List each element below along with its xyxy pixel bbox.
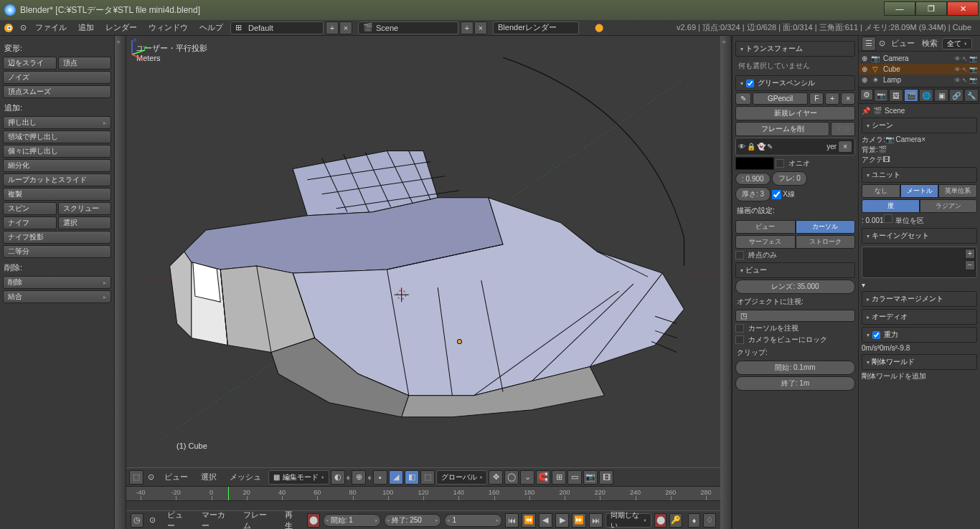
modifiers-tab[interactable]: 🔧	[964, 89, 979, 102]
viewport-shading-button[interactable]: ◐	[331, 470, 345, 485]
separate-units-checkbox[interactable]	[884, 214, 892, 223]
layout-add-button[interactable]: +	[326, 22, 339, 34]
manipulator-toggle[interactable]: ✥	[489, 470, 503, 485]
gp-layer-name[interactable]: yer	[774, 143, 837, 151]
endpoints-checkbox[interactable]	[735, 251, 744, 259]
duplicate-button[interactable]: 複製	[3, 188, 111, 201]
vertex-button[interactable]: 頂点	[58, 57, 112, 70]
lock-cursor-checkbox[interactable]	[735, 324, 744, 333]
region-toggle-right[interactable]: +	[720, 36, 732, 529]
xray-checkbox[interactable]	[772, 190, 781, 199]
rigidbody-panel-header[interactable]: 剛体ワールド	[862, 354, 977, 370]
snap-target-button[interactable]: ▭	[567, 470, 582, 485]
gravity-x[interactable]: 0m/s²	[862, 344, 880, 352]
scene-selector[interactable]: 🎬 Scene	[358, 22, 458, 34]
lock-icon[interactable]: 🔒	[747, 143, 755, 151]
gpencil-new-layer-button[interactable]: 新規レイヤー	[735, 106, 855, 120]
selectable-toggle[interactable]: ↖	[962, 55, 968, 62]
current-frame-field[interactable]: 1	[444, 514, 502, 527]
spin-button[interactable]: スピン	[3, 202, 57, 215]
edge-slide-button[interactable]: 辺をスライ	[3, 57, 57, 70]
subdivide-button[interactable]: 細分化	[3, 159, 111, 172]
lens-field[interactable]: レンズ: 35.000	[735, 280, 855, 294]
minimize-button[interactable]: —	[884, 1, 915, 16]
scene-breadcrumb[interactable]: Scene	[885, 107, 905, 115]
jump-start-button[interactable]: ⏮	[505, 513, 519, 528]
tl-playback-menu[interactable]: 再生	[279, 507, 304, 530]
units-imperial[interactable]: 英単位系	[938, 184, 977, 198]
unit-scale-field[interactable]: : 0.001	[862, 216, 884, 224]
mode-selector[interactable]: ▦編集モード	[268, 470, 329, 485]
colormgmt-panel-header[interactable]: カラーマネージメント	[862, 291, 977, 307]
snap-toggle[interactable]: 🧲	[536, 470, 550, 485]
view-menu[interactable]: ビュー	[159, 470, 194, 485]
keying-dropdown[interactable]: ▾	[862, 281, 865, 289]
gpencil-unlink[interactable]: ×	[841, 92, 855, 105]
gpencil-enable-checkbox[interactable]	[746, 80, 753, 87]
transform-panel-header[interactable]: トランスフォーム	[735, 41, 855, 57]
render-engine-selector[interactable]: Blenderレンダー	[493, 22, 579, 34]
knife-project-button[interactable]: ナイフ投影	[3, 231, 111, 244]
camera-clear[interactable]: ×	[921, 135, 925, 143]
background-field[interactable]: 🎬	[878, 146, 887, 153]
units-none[interactable]: なし	[862, 184, 900, 198]
prop-edit-button[interactable]: ◯	[504, 470, 519, 485]
ghost-icon[interactable]: 👻	[757, 143, 765, 151]
help-button[interactable]: ⊙	[877, 39, 887, 48]
help-button[interactable]: ⊙	[146, 515, 159, 525]
help-button[interactable]: ⊙	[145, 472, 157, 482]
gpencil-delete-frame-button[interactable]: フレームを削	[735, 122, 829, 136]
selectable-toggle[interactable]: ↖	[962, 66, 968, 73]
menu-help[interactable]: ヘルプ	[194, 20, 229, 35]
help-icon[interactable]: ⊙	[17, 21, 29, 34]
clip-start-field[interactable]: 開始: 0.1mm	[735, 361, 855, 375]
properties-type-button[interactable]: ⚙	[860, 89, 873, 100]
outliner-item-camera[interactable]: ⊕📷Camera👁↖📷	[859, 53, 980, 64]
bisect-button[interactable]: 二等分	[3, 245, 111, 258]
extrude-region-button[interactable]: 領域で押し出し	[3, 130, 111, 143]
tl-marker-menu[interactable]: マーカー	[196, 507, 235, 530]
render-tab[interactable]: 📷	[874, 89, 888, 102]
pivot-button[interactable]: ⊕	[352, 470, 366, 485]
timeline-area[interactable]: -40-200204060801001201401601802002202402…	[126, 486, 720, 510]
extrude-button[interactable]: 押し出し	[3, 116, 111, 129]
visibility-toggle[interactable]: 👁	[954, 66, 961, 73]
menu-file[interactable]: ファイル	[29, 20, 72, 35]
keyframe-next-button[interactable]: ⏩	[572, 513, 585, 528]
mesh-menu[interactable]: メッシュ	[224, 470, 267, 485]
gravity-panel-header[interactable]: 重力	[862, 327, 977, 343]
insert-key-button[interactable]: ♦	[688, 513, 701, 528]
gp-color-swatch[interactable]	[735, 157, 774, 170]
auto-keyframe-toggle[interactable]: ⬤	[307, 513, 320, 528]
keying-set-list[interactable]: + −	[862, 247, 977, 278]
edge-select-button[interactable]: ◢	[389, 470, 403, 485]
gravity-z[interactable]: -9.8	[897, 344, 910, 352]
keying-add-button[interactable]: +	[965, 249, 975, 259]
outliner-item-cube[interactable]: ⊕▽Cube👁↖📷	[859, 64, 980, 75]
scene-tab[interactable]: 🎬	[904, 89, 918, 102]
prop-falloff-button[interactable]: ⌄	[520, 470, 534, 485]
play-reverse-button[interactable]: ◀	[539, 513, 552, 528]
region-toggle-left[interactable]: +	[115, 36, 126, 529]
menu-render[interactable]: レンダー	[100, 20, 143, 35]
timeline-cursor[interactable]	[228, 487, 229, 500]
knife-select-button[interactable]: 選択	[58, 216, 112, 229]
keying-set-button[interactable]: 🔑	[669, 513, 682, 528]
merge-button[interactable]: 結合	[3, 290, 111, 303]
add-rigidbody-button[interactable]: 剛体ワールドを追加	[862, 372, 926, 380]
orientation-selector[interactable]: グローバル	[436, 470, 488, 485]
view-panel-header[interactable]: ビュー	[735, 262, 855, 278]
timeline-editor-type-button[interactable]: ◷	[131, 513, 143, 528]
outliner-type-button[interactable]: ☰	[862, 37, 876, 51]
screen-layout-selector[interactable]: ⊞ Default	[230, 22, 324, 34]
clip-end-field[interactable]: 終了: 1m	[735, 376, 855, 391]
render-anim-button[interactable]: 🎞	[599, 470, 613, 485]
limit-selection-button[interactable]: ⬚	[420, 470, 435, 485]
end-frame-field[interactable]: 終了: 250	[384, 514, 442, 527]
screw-button[interactable]: スクリュー	[58, 202, 112, 215]
layout-delete-button[interactable]: ×	[339, 22, 352, 34]
units-radians[interactable]: ラジアン	[920, 199, 978, 213]
vert-select-button[interactable]: ▪	[373, 470, 387, 485]
jump-end-button[interactable]: ⏭	[589, 513, 603, 528]
render-preview-button[interactable]: 📷	[583, 470, 598, 485]
